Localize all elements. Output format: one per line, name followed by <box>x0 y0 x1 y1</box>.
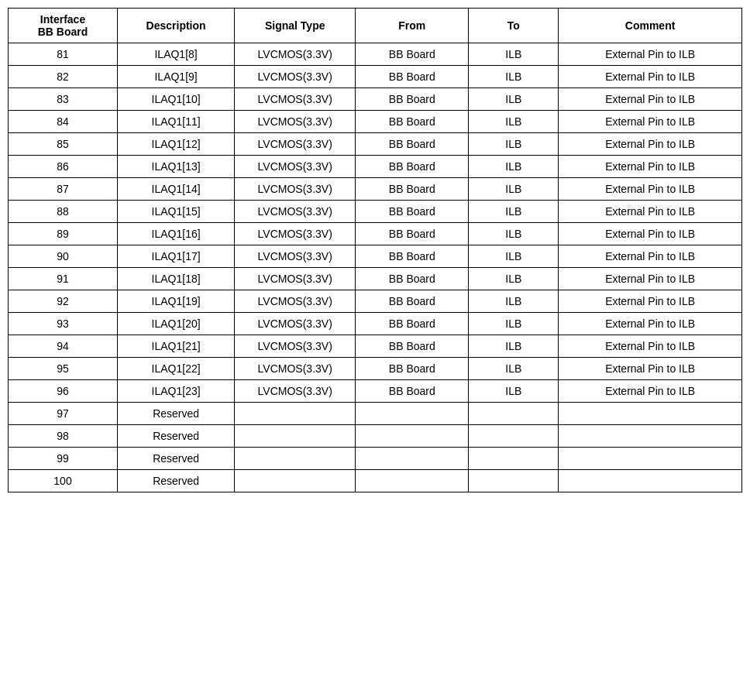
cell-comment: External Pin to ILB <box>559 111 742 133</box>
cell-signal: LVCMOS(3.3V) <box>235 223 356 245</box>
cell-from <box>356 448 469 470</box>
cell-from: BB Board <box>356 223 469 245</box>
header-signal-type: Signal Type <box>235 9 356 43</box>
table-row: 94ILAQ1[21]LVCMOS(3.3V)BB BoardILBExtern… <box>9 335 742 358</box>
table-row: 83ILAQ1[10]LVCMOS(3.3V)BB BoardILBExtern… <box>9 88 742 111</box>
cell-from <box>356 470 469 492</box>
cell-description: ILAQ1[23] <box>118 380 235 403</box>
table-row: 87ILAQ1[14]LVCMOS(3.3V)BB BoardILBExtern… <box>9 178 742 201</box>
cell-comment: External Pin to ILB <box>559 223 742 245</box>
cell-from: BB Board <box>356 335 469 358</box>
cell-description: ILAQ1[21] <box>118 335 235 358</box>
table-row: 84ILAQ1[11]LVCMOS(3.3V)BB BoardILBExtern… <box>9 111 742 133</box>
cell-to: ILB <box>469 178 559 201</box>
cell-from: BB Board <box>356 201 469 223</box>
cell-pin: 93 <box>9 313 118 335</box>
cell-signal: LVCMOS(3.3V) <box>235 268 356 290</box>
cell-description: ILAQ1[20] <box>118 313 235 335</box>
header-row-top: Interface BB Board Description Signal Ty… <box>9 9 742 43</box>
table-row: 99Reserved <box>9 448 742 470</box>
cell-pin: 97 <box>9 403 118 425</box>
cell-description: ILAQ1[15] <box>118 201 235 223</box>
cell-pin: 96 <box>9 380 118 403</box>
cell-from: BB Board <box>356 358 469 380</box>
header-interface: Interface BB Board <box>9 9 118 43</box>
cell-from: BB Board <box>356 66 469 88</box>
cell-from <box>356 403 469 425</box>
cell-to <box>469 448 559 470</box>
cell-comment: External Pin to ILB <box>559 268 742 290</box>
cell-to: ILB <box>469 268 559 290</box>
table-row: 93ILAQ1[20]LVCMOS(3.3V)BB BoardILBExtern… <box>9 313 742 335</box>
cell-signal: LVCMOS(3.3V) <box>235 201 356 223</box>
cell-signal: LVCMOS(3.3V) <box>235 290 356 313</box>
cell-comment: External Pin to ILB <box>559 178 742 201</box>
cell-comment <box>559 425 742 448</box>
table-row: 90ILAQ1[17]LVCMOS(3.3V)BB BoardILBExtern… <box>9 245 742 268</box>
cell-description: ILAQ1[10] <box>118 88 235 111</box>
cell-pin: 95 <box>9 358 118 380</box>
cell-comment: External Pin to ILB <box>559 66 742 88</box>
cell-signal <box>235 425 356 448</box>
cell-description: Reserved <box>118 470 235 492</box>
cell-signal <box>235 403 356 425</box>
cell-signal: LVCMOS(3.3V) <box>235 358 356 380</box>
header-from: From <box>356 9 469 43</box>
cell-to: ILB <box>469 88 559 111</box>
cell-from: BB Board <box>356 380 469 403</box>
table-row: 91ILAQ1[18]LVCMOS(3.3V)BB BoardILBExtern… <box>9 268 742 290</box>
cell-description: Reserved <box>118 448 235 470</box>
table-row: 96ILAQ1[23]LVCMOS(3.3V)BB BoardILBExtern… <box>9 380 742 403</box>
table-row: 89ILAQ1[16]LVCMOS(3.3V)BB BoardILBExtern… <box>9 223 742 245</box>
cell-description: ILAQ1[16] <box>118 223 235 245</box>
cell-to: ILB <box>469 358 559 380</box>
cell-description: ILAQ1[14] <box>118 178 235 201</box>
cell-description: ILAQ1[13] <box>118 156 235 178</box>
interface-table: Interface BB Board Description Signal Ty… <box>8 8 742 492</box>
cell-description: ILAQ1[12] <box>118 133 235 156</box>
cell-to: ILB <box>469 223 559 245</box>
cell-to: ILB <box>469 380 559 403</box>
table-row: 92ILAQ1[19]LVCMOS(3.3V)BB BoardILBExtern… <box>9 290 742 313</box>
table-row: 95ILAQ1[22]LVCMOS(3.3V)BB BoardILBExtern… <box>9 358 742 380</box>
cell-pin: 85 <box>9 133 118 156</box>
cell-pin: 91 <box>9 268 118 290</box>
cell-signal: LVCMOS(3.3V) <box>235 66 356 88</box>
cell-from: BB Board <box>356 268 469 290</box>
table-row: 98Reserved <box>9 425 742 448</box>
cell-to <box>469 403 559 425</box>
cell-comment: External Pin to ILB <box>559 335 742 358</box>
cell-description: Reserved <box>118 403 235 425</box>
cell-comment: External Pin to ILB <box>559 290 742 313</box>
cell-from: BB Board <box>356 43 469 66</box>
cell-signal: LVCMOS(3.3V) <box>235 88 356 111</box>
cell-from: BB Board <box>356 313 469 335</box>
cell-signal: LVCMOS(3.3V) <box>235 178 356 201</box>
cell-comment: External Pin to ILB <box>559 156 742 178</box>
cell-description: ILAQ1[9] <box>118 66 235 88</box>
cell-signal: LVCMOS(3.3V) <box>235 156 356 178</box>
cell-pin: 82 <box>9 66 118 88</box>
cell-pin: 100 <box>9 470 118 492</box>
cell-signal: LVCMOS(3.3V) <box>235 313 356 335</box>
cell-signal <box>235 448 356 470</box>
table-row: 88ILAQ1[15]LVCMOS(3.3V)BB BoardILBExtern… <box>9 201 742 223</box>
cell-to: ILB <box>469 156 559 178</box>
cell-pin: 81 <box>9 43 118 66</box>
table-row: 86ILAQ1[13]LVCMOS(3.3V)BB BoardILBExtern… <box>9 156 742 178</box>
header-comment: Comment <box>559 9 742 43</box>
cell-pin: 92 <box>9 290 118 313</box>
cell-comment: External Pin to ILB <box>559 133 742 156</box>
cell-comment <box>559 403 742 425</box>
cell-comment: External Pin to ILB <box>559 88 742 111</box>
cell-from: BB Board <box>356 88 469 111</box>
cell-signal: LVCMOS(3.3V) <box>235 43 356 66</box>
cell-to: ILB <box>469 290 559 313</box>
cell-to <box>469 470 559 492</box>
cell-pin: 86 <box>9 156 118 178</box>
cell-from: BB Board <box>356 245 469 268</box>
cell-from: BB Board <box>356 111 469 133</box>
cell-signal <box>235 470 356 492</box>
header-description: Description <box>118 9 235 43</box>
cell-to: ILB <box>469 133 559 156</box>
